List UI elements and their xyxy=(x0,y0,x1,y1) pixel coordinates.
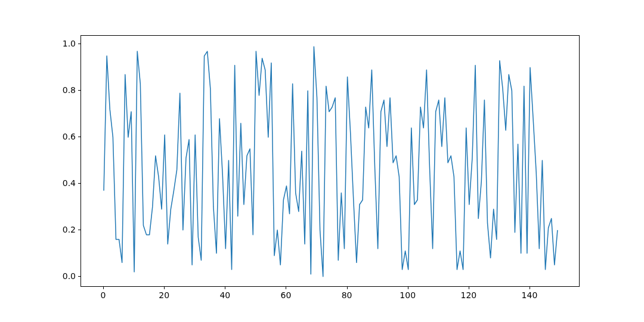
y-tick-label: 1.0 xyxy=(63,39,76,48)
y-tick-label: 0.4 xyxy=(63,178,76,188)
x-tick-label: 20 xyxy=(159,290,169,300)
x-tick-label: 60 xyxy=(281,290,292,300)
y-tick-label: 0.0 xyxy=(63,271,76,281)
x-tick xyxy=(469,287,469,289)
x-tick xyxy=(164,287,165,289)
x-tick-label: 100 xyxy=(400,290,416,300)
data-line xyxy=(104,47,558,276)
y-tick xyxy=(78,137,80,137)
y-tick xyxy=(78,230,80,230)
y-tick xyxy=(78,44,80,44)
y-tick-label: 0.2 xyxy=(63,225,76,234)
y-tick xyxy=(78,183,80,184)
x-tick-label: 0 xyxy=(101,290,106,300)
x-tick xyxy=(347,287,348,289)
y-tick xyxy=(78,276,80,277)
x-tick xyxy=(286,287,286,289)
y-tick-label: 0.6 xyxy=(63,132,76,141)
x-tick xyxy=(225,287,225,289)
y-tick-label: 0.8 xyxy=(63,85,76,95)
x-tick-label: 40 xyxy=(219,290,230,300)
x-tick-label: 140 xyxy=(522,290,538,300)
x-tick-label: 120 xyxy=(460,290,476,300)
x-tick xyxy=(408,287,408,289)
x-tick xyxy=(103,287,104,289)
figure: 0204060801001201400.00.20.40.60.81.0 xyxy=(0,0,644,322)
x-tick-label: 80 xyxy=(342,290,352,300)
x-tick xyxy=(530,287,530,289)
y-tick xyxy=(78,90,80,91)
plot-svg xyxy=(81,36,580,287)
plot-area xyxy=(80,35,580,287)
